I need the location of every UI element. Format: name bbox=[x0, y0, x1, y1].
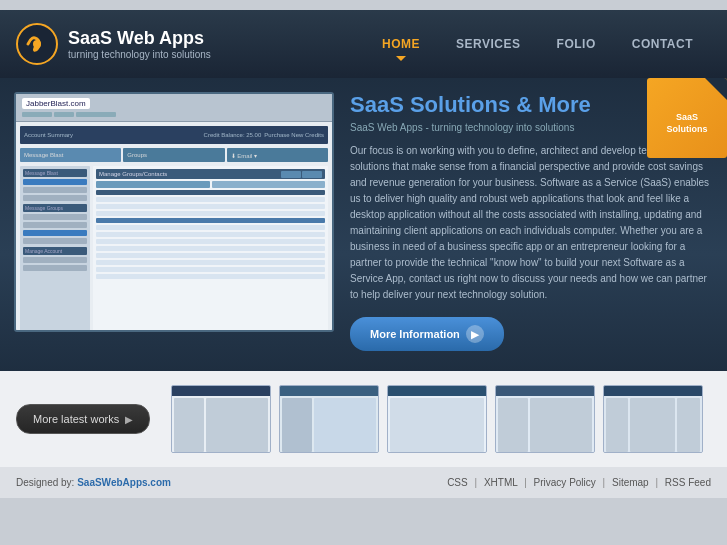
main-nav: HOME SERVICES FOLIO CONTACT bbox=[364, 29, 711, 59]
portfolio-thumb-4[interactable] bbox=[495, 385, 595, 453]
footer-separator-1: | bbox=[474, 477, 479, 488]
app-screenshot: JabberBlast.com Account Summary Credit B… bbox=[14, 92, 334, 332]
footer-link-rss[interactable]: RSS Feed bbox=[665, 477, 711, 488]
logo-text: SaaS Web Apps turning technology into so… bbox=[68, 28, 211, 61]
mock-content-area: Account Summary Credit Balance: 25.00 Pu… bbox=[16, 122, 332, 332]
designed-by-link[interactable]: SaaSWebApps.com bbox=[77, 477, 171, 488]
logo-icon bbox=[16, 23, 58, 65]
arrow-icon: ▶ bbox=[466, 325, 484, 343]
mock-body: Message Blast Message Groups Manage Acco… bbox=[20, 166, 328, 332]
site-subtitle: turning technology into solutions bbox=[68, 49, 211, 60]
designed-by-prefix: Designed by: bbox=[16, 477, 77, 488]
nav-services[interactable]: SERVICES bbox=[438, 29, 538, 59]
site-title: SaaS Web Apps bbox=[68, 28, 211, 50]
more-works-button[interactable]: More latest works ▶ bbox=[16, 404, 150, 434]
footer-separator-4: | bbox=[655, 477, 660, 488]
more-info-button[interactable]: More Information ▶ bbox=[350, 317, 504, 351]
chevron-icon: ▶ bbox=[125, 414, 133, 425]
more-info-label: More Information bbox=[370, 328, 460, 340]
mock-main-area: Manage Groups/Contacts bbox=[93, 166, 328, 332]
portfolio-thumb-1[interactable] bbox=[171, 385, 271, 453]
logo-area: SaaS Web Apps turning technology into so… bbox=[16, 23, 211, 65]
thumbnail-strip bbox=[162, 385, 711, 453]
footer-link-sitemap[interactable]: Sitemap bbox=[612, 477, 649, 488]
nav-contact[interactable]: CONTACT bbox=[614, 29, 711, 59]
footer-links: CSS | XHTML | Privacy Policy | Sitemap |… bbox=[447, 477, 711, 488]
footer-link-xhtml[interactable]: XHTML bbox=[484, 477, 518, 488]
footer-separator-3: | bbox=[603, 477, 608, 488]
nav-home[interactable]: HOME bbox=[364, 29, 438, 59]
hero-section: JabberBlast.com Account Summary Credit B… bbox=[14, 92, 713, 351]
header: SaaS Web Apps turning technology into so… bbox=[0, 10, 727, 78]
footer-separator-2: | bbox=[524, 477, 529, 488]
portfolio-section: More latest works ▶ bbox=[0, 371, 727, 467]
mock-top-bar: Account Summary Credit Balance: 25.00 Pu… bbox=[20, 126, 328, 144]
footer: Designed by: SaaSWebApps.com CSS | XHTML… bbox=[0, 467, 727, 498]
mock-sidebar: Message Blast Message Groups Manage Acco… bbox=[20, 166, 90, 332]
main-content: JabberBlast.com Account Summary Credit B… bbox=[0, 78, 727, 371]
hero-body: Our focus is on working with you to defi… bbox=[350, 143, 713, 303]
mock-browser-bar: JabberBlast.com bbox=[16, 94, 332, 122]
portfolio-thumb-2[interactable] bbox=[279, 385, 379, 453]
nav-folio[interactable]: FOLIO bbox=[539, 29, 614, 59]
svg-point-1 bbox=[33, 40, 41, 48]
mock-url: JabberBlast.com bbox=[22, 98, 90, 109]
portfolio-thumb-5[interactable] bbox=[603, 385, 703, 453]
saas-badge: SaaSSolutions bbox=[647, 78, 727, 158]
badge-text: SaaSSolutions bbox=[667, 100, 708, 135]
footer-credit: Designed by: SaaSWebApps.com bbox=[16, 477, 171, 488]
portfolio-thumb-3[interactable] bbox=[387, 385, 487, 453]
footer-link-css[interactable]: CSS bbox=[447, 477, 468, 488]
footer-link-privacy[interactable]: Privacy Policy bbox=[534, 477, 596, 488]
page-wrapper: SaaS Web Apps turning technology into so… bbox=[0, 10, 727, 498]
more-works-label: More latest works bbox=[33, 413, 119, 425]
hero-text: SaaSSolutions SaaS Solutions & More SaaS… bbox=[350, 92, 713, 351]
